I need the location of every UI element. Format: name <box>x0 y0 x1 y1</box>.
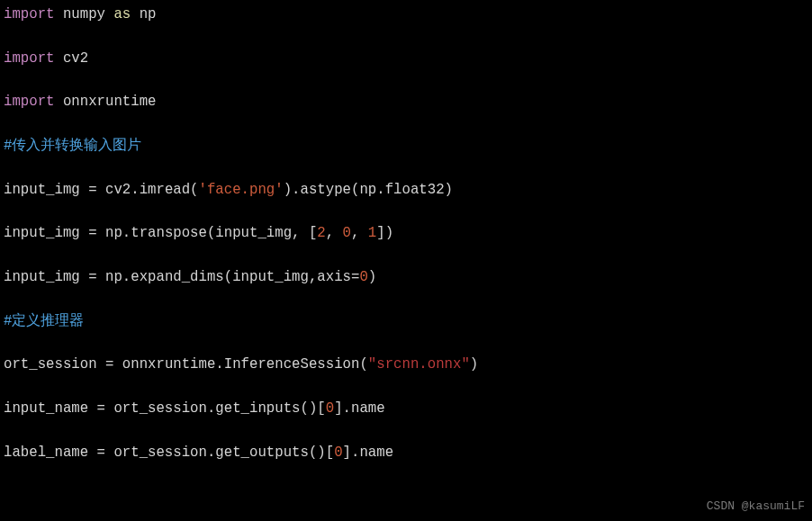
call: np.transpose(input_img, [ <box>105 225 317 241</box>
call: ].name <box>334 400 384 417</box>
num: 1 <box>368 225 376 241</box>
mod-cv2: cv2 <box>63 50 88 67</box>
num: 0 <box>326 400 334 417</box>
call: ].name <box>343 445 393 461</box>
watermark: CSDN @kasumiLF <box>707 498 805 516</box>
comment: #传入并转换输入图片 <box>4 138 141 154</box>
code-line: #定义推理器 <box>4 310 808 332</box>
bracket: ]) <box>376 225 393 241</box>
string: 'face.png' <box>199 182 284 198</box>
blank-line <box>4 485 808 507</box>
code-line: input_name = ort_session.get_inputs()[0]… <box>4 398 808 419</box>
op: = <box>97 356 122 373</box>
call: ort_session.get_inputs()[ <box>113 400 325 417</box>
var: ort_session <box>4 356 97 373</box>
var: label_name <box>4 445 88 461</box>
var: input_name <box>4 400 88 417</box>
op: , <box>351 225 368 241</box>
call: ort_session.get_outputs()[ <box>113 445 334 461</box>
call: cv2.imread( <box>105 182 199 198</box>
call: onnxruntime.InferenceSession( <box>122 356 368 373</box>
bracket: ) <box>368 269 376 285</box>
bracket: ) <box>470 356 478 373</box>
call: ).astype(np.float32) <box>284 182 453 198</box>
string: "srcnn.onnx" <box>368 356 470 373</box>
code-line: input_img = np.expand_dims(input_img,axi… <box>4 266 808 288</box>
code-line: #传入并转换输入图片 <box>4 135 808 157</box>
kw-import: import <box>4 94 54 110</box>
alias-np: np <box>140 6 157 22</box>
code-line: import cv2 <box>4 48 808 69</box>
var: input_img <box>4 182 80 198</box>
op: = <box>80 225 105 241</box>
code-line: ort_session = onnxruntime.InferenceSessi… <box>4 354 808 375</box>
code-line: input_img = cv2.imread('face.png').astyp… <box>4 179 808 201</box>
kw-import: import <box>4 50 54 67</box>
mod-numpy: numpy <box>63 6 105 22</box>
var: input_img <box>4 225 80 241</box>
op: = <box>80 182 105 198</box>
call: np.expand_dims(input_img,axis= <box>105 269 359 285</box>
num: 0 <box>343 225 351 241</box>
code-line: input_img = np.transpose(input_img, [2, … <box>4 222 808 244</box>
num: 2 <box>317 225 325 241</box>
op: = <box>80 269 105 285</box>
code-line: import numpy as np <box>4 4 808 25</box>
kw-import: import <box>4 6 54 22</box>
code-line: import onnxruntime <box>4 91 808 112</box>
op: = <box>88 400 113 417</box>
mod-onnxruntime: onnxruntime <box>63 94 157 110</box>
comment: #定义推理器 <box>4 313 84 329</box>
kw-as: as <box>113 6 131 22</box>
code-line: label_name = ort_session.get_outputs()[0… <box>4 442 808 463</box>
code-block: import numpy as np import cv2 import onn… <box>4 4 808 521</box>
num: 0 <box>334 445 342 461</box>
op: = <box>88 445 113 461</box>
num: 0 <box>359 269 367 285</box>
var: input_img <box>4 269 80 285</box>
op: , <box>326 225 343 241</box>
